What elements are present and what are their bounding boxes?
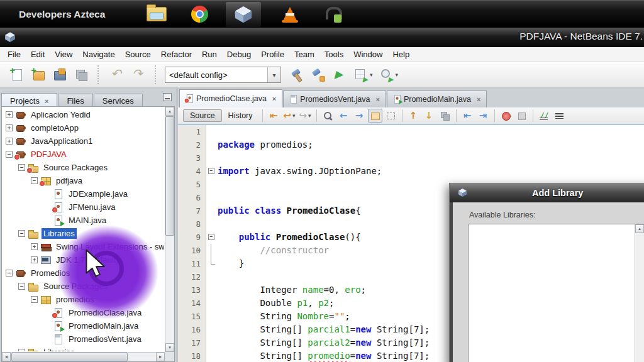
tree-horizontal-scrollbar[interactable]: ◂ ▸ <box>2 352 165 361</box>
last-edit-button[interactable]: ⇤ <box>267 109 281 123</box>
toggle-highlight-button[interactable] <box>368 109 382 123</box>
redo-button[interactable] <box>130 66 147 84</box>
toggle-bookmark-button[interactable] <box>438 109 452 123</box>
expand-plus-icon[interactable]: + <box>31 243 38 250</box>
editor-tab[interactable]: PromedioMain.java× <box>387 90 487 107</box>
fold-column[interactable] <box>206 204 218 217</box>
netbeans-launcher-active[interactable] <box>226 2 261 27</box>
expand-plus-icon[interactable]: + <box>6 138 13 145</box>
vlc-launcher[interactable] <box>277 2 303 27</box>
close-icon[interactable]: × <box>477 96 480 103</box>
menu-team[interactable]: Team <box>289 47 319 62</box>
menu-source[interactable]: Source <box>120 47 156 62</box>
history-view-button[interactable]: History <box>222 109 259 122</box>
window-titlebar[interactable]: PDFJAVA - NetBeans IDE 7. <box>0 28 644 47</box>
tree-item[interactable]: +JavaApplication1 <box>2 134 164 148</box>
chrome-launcher[interactable] <box>187 2 212 27</box>
find-button[interactable] <box>321 109 335 123</box>
file-manager-launcher[interactable] <box>142 2 172 27</box>
available-libraries-list[interactable]: ▴ <box>468 224 644 362</box>
clean-build-button[interactable] <box>309 66 327 84</box>
open-project-button[interactable] <box>51 66 69 84</box>
fold-column[interactable] <box>206 178 218 191</box>
tree-item[interactable]: JDExample.java <box>2 187 164 200</box>
menu-profile[interactable]: Profile <box>256 47 289 62</box>
profile-button[interactable]: ▾ <box>378 66 400 84</box>
fold-column[interactable]: − <box>206 165 218 178</box>
menu-refactor[interactable]: Refactor <box>156 47 197 62</box>
fold-column[interactable] <box>206 297 218 310</box>
menu-tools[interactable]: Tools <box>319 47 348 62</box>
fold-column[interactable] <box>206 270 218 283</box>
undo-button[interactable] <box>108 66 126 84</box>
fold-column[interactable] <box>206 310 218 323</box>
tree-item[interactable]: −Source Packages <box>2 161 164 174</box>
tree-item[interactable]: −pdfjava <box>2 174 164 187</box>
fold-column[interactable] <box>206 257 218 270</box>
collapse-minus-icon[interactable]: − <box>18 349 25 351</box>
tree-item[interactable]: PromedioMain.java <box>2 319 164 332</box>
fold-column[interactable] <box>206 138 218 151</box>
tree-item[interactable]: −Libraries <box>2 346 164 351</box>
list-vertical-scrollbar[interactable]: ▴ <box>635 224 644 362</box>
expand-plus-icon[interactable]: + <box>6 111 13 118</box>
menu-help[interactable]: Help <box>387 47 414 62</box>
fold-column[interactable] <box>206 283 218 297</box>
collapse-minus-icon[interactable]: − <box>6 151 13 158</box>
expand-plus-icon[interactable]: + <box>31 256 38 263</box>
headset-app-launcher[interactable] <box>319 2 348 27</box>
save-all-button[interactable] <box>72 66 90 84</box>
scrollbar-thumb[interactable] <box>165 116 174 236</box>
menu-view[interactable]: View <box>50 47 77 62</box>
scroll-left-icon[interactable]: ◂ <box>2 353 11 361</box>
collapse-minus-icon[interactable]: − <box>31 296 38 303</box>
tree-item[interactable]: −Libraries <box>2 227 164 240</box>
scroll-up-icon[interactable]: ▴ <box>165 107 174 116</box>
tree-item[interactable]: +Swing Layout Extensions - sw <box>2 240 164 253</box>
fold-column[interactable] <box>206 217 218 231</box>
chevron-down-icon[interactable]: ▾ <box>396 72 399 78</box>
fold-collapse-icon[interactable]: − <box>208 234 214 240</box>
fold-column[interactable] <box>206 244 218 257</box>
shift-right-button[interactable]: ⇥ <box>476 109 491 123</box>
tree-item[interactable]: PromedioClase.java <box>2 306 164 319</box>
fold-column[interactable] <box>206 125 218 138</box>
fold-column[interactable]: − <box>206 231 218 244</box>
menu-debug[interactable]: Debug <box>222 47 256 62</box>
expand-plus-icon[interactable]: + <box>6 124 13 131</box>
rectangular-selection-button[interactable] <box>384 109 398 123</box>
debug-button[interactable]: ▾ <box>352 66 374 84</box>
find-previous-button[interactable]: ← <box>336 109 351 123</box>
fold-collapse-icon[interactable]: − <box>208 168 214 174</box>
menu-run[interactable]: Run <box>197 47 222 62</box>
config-select[interactable]: <default config>▾ <box>165 67 281 83</box>
tree-item[interactable]: −PDFJAVA <box>2 148 164 161</box>
tree-item[interactable]: +JDK 1.7 (Default) <box>2 253 164 266</box>
collapse-minus-icon[interactable]: − <box>18 164 25 171</box>
dialog-titlebar[interactable]: Add Library <box>450 183 644 202</box>
uncomment-button[interactable] <box>553 109 567 123</box>
previous-occurrence-button[interactable]: ↑ <box>406 109 421 123</box>
next-occurrence-button[interactable]: ↓ <box>422 109 436 123</box>
menu-edit[interactable]: Edit <box>26 47 50 62</box>
scroll-right-icon[interactable]: ▸ <box>156 353 165 361</box>
find-next-button[interactable]: → <box>352 109 367 123</box>
scroll-up-icon[interactable]: ▴ <box>635 224 644 233</box>
menu-navigate[interactable]: Navigate <box>77 47 119 62</box>
close-icon[interactable]: × <box>375 96 379 103</box>
tree-item[interactable]: PromediosVent.java <box>2 332 164 346</box>
tree-vertical-scrollbar[interactable]: ▴ ▾ <box>165 107 174 352</box>
chevron-down-icon[interactable]: ▾ <box>292 112 296 119</box>
new-project-button[interactable] <box>30 66 47 84</box>
menu-window[interactable]: Window <box>348 47 387 62</box>
tree-item[interactable]: −Source Packages <box>2 280 164 293</box>
source-view-button[interactable]: Source <box>183 109 222 122</box>
tree-item[interactable]: +completoApp <box>2 121 164 134</box>
forward-button[interactable]: ↪▾ <box>298 109 313 123</box>
record-macro-button[interactable] <box>499 109 513 123</box>
tree-item[interactable]: +Aplicacion Yedid <box>2 108 164 121</box>
tree-item[interactable]: JFMenu.java <box>2 200 164 214</box>
tree-item[interactable]: −promedios <box>2 293 164 306</box>
chevron-down-icon[interactable]: ▾ <box>370 72 373 78</box>
tree-item[interactable]: MAIN.java <box>2 214 164 227</box>
